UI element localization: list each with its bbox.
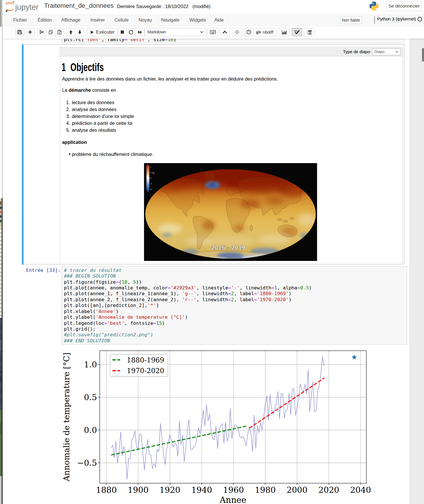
toolbar: Exécuter Markdown git nbdiff a [3,26,424,39]
menu-edition[interactable]: Édition [38,14,52,26]
toc-list-icon [307,30,312,35]
y-tick-label: 1.0 [84,360,97,369]
stop-icon [120,30,124,34]
markdown-rendered: 1Objectifs Apprendre à lire des données … [60,57,402,264]
clipped-code-line: plt.rc('font', family='serif', size=16) [64,39,176,43]
toc-button[interactable] [304,28,314,36]
spellchecker-button[interactable]: abc [292,28,302,36]
copy-button[interactable] [46,28,55,36]
selected-cell-bar [22,44,24,265]
notebook-title[interactable]: Traitement_de_donnees [44,2,114,9]
menu-cellule[interactable]: Cellule [115,14,129,26]
x-tick-label: 2040 [350,485,371,495]
menu-affichage[interactable]: Affichage [61,14,80,26]
paste-button[interactable] [55,28,64,36]
menubar: Fichier Édition Affichage Insérer Cellul… [3,14,424,26]
move-up-button[interactable] [66,28,75,36]
menu-inserer[interactable]: Insérer [91,14,105,26]
x-axis-label: Annee [219,495,246,504]
cell-type-select[interactable]: Markdown [145,28,206,36]
modified-flag: (modifié) [192,4,210,9]
keyboard-icon [210,30,216,34]
menu-widgets[interactable]: Widgets [189,14,206,26]
svg-text:abc: abc [294,29,298,32]
play-icon [90,30,94,34]
interrupt-button[interactable] [118,28,127,36]
y-tick-label: 0.0 [84,425,97,435]
logout-button[interactable]: Se déconnecter [386,1,422,11]
code-lines: # tracer du résultat ### BEGIN SOLUTION … [64,268,312,344]
run-button[interactable]: Exécuter [87,28,118,36]
list-item-1: 1.lecture des données [72,99,114,106]
visualization-button[interactable] [279,28,290,36]
jupyter-logo-icon [6,1,14,12]
bullet-item: problème du réchauffement climatique. [72,151,153,158]
header: jupyter Traitement_de_donnees Dernière S… [3,0,424,14]
x-tick-label: 1920 [160,485,181,495]
y-tick-label: −0.5 [77,458,97,468]
edit-group [37,28,64,36]
chevron-down-icon [395,51,398,53]
x-tick-label: 1880 [96,485,117,495]
chevron-down-icon [200,31,204,33]
paragraph-intro: Apprendre à lire des données dans un fic… [62,75,278,82]
x-tick-label: 1960 [223,485,244,495]
fast-forward-icon [138,30,142,34]
prediction-star-marker [352,355,357,360]
scrollbar-thumb[interactable] [422,48,424,62]
paste-icon [57,30,62,35]
markdown-cell[interactable]: Type de diapo Diapo 1Objectifs Apprendre… [22,44,404,264]
move-icon [235,30,239,35]
list-item-5: 5.analyse des résultats [72,127,116,133]
bar-chart-icon [282,30,287,35]
section-heading: 1Objectifs [62,61,104,74]
save-icon [17,30,22,35]
save-button[interactable] [15,28,24,36]
list-item-4: 4.prédiction à partir de cette loi [72,120,132,127]
legend-label: 1880-1969 [127,356,164,364]
kernel-idle-icon [417,17,422,22]
restart-run-all-button[interactable] [136,28,145,36]
svg-text:1: 1 [150,172,151,174]
map-caption: 2015 – 2019 [212,244,245,251]
y-axis-label: Annomalie de temperature [°C] [62,353,71,482]
svg-text:0: 0 [150,177,151,179]
x-tick-label: 2020 [319,485,339,495]
slide-type-label: Type de diapo [343,49,370,54]
move-selection-button[interactable] [232,28,242,36]
svg-text:-1: -1 [150,183,152,185]
svg-text:2: 2 [150,166,151,168]
move-down-button[interactable] [75,28,84,36]
collapse-heading-button[interactable] [220,28,230,36]
menu-aide[interactable]: Aide [214,14,224,26]
move-cell-group [66,28,84,36]
restart-kernel-button[interactable] [127,28,136,36]
x-tick-label: 1940 [191,485,212,495]
menu-fichier[interactable]: Fichier [13,14,27,26]
plus-icon [28,30,32,34]
checkpoint-history-button[interactable] [244,28,253,36]
cut-button[interactable] [37,28,46,36]
add-cell-button[interactable] [26,28,34,36]
run-group: Exécuter [87,28,145,36]
code-cell-input[interactable]: # tracer du résultat ### BEGIN SOLUTION … [62,266,407,345]
menu-navigate[interactable]: Navigate [161,14,179,26]
nbdiff-group: git nbdiff [244,28,277,36]
legend-label: 1970-2020 [127,367,164,375]
cell-toolbar: Type de diapo Diapo [60,47,403,56]
python-logo-icon [369,1,379,11]
page-right-gutter [409,39,424,504]
paragraph-demarche: La démarche consiste en [62,87,116,93]
kernel-name[interactable]: Python 3 (ipykernel) [377,16,416,21]
command-palette-button[interactable] [207,28,218,36]
clipped-code-cell[interactable]: plt.rc('font', family='serif', size=16) [62,39,404,43]
jupyter-logo[interactable]: jupyter [3,1,43,13]
slide-type-select[interactable]: Diapo [372,48,400,55]
notebook-area: plt.rc('font', family='serif', size=16) … [3,39,424,504]
spellcheck-abc-icon: abc [294,29,300,35]
menu-noyau[interactable]: Noyau [139,14,152,26]
git-nbdiff-button[interactable]: git nbdiff [253,28,277,36]
trusted-button[interactable]: Non fiable [340,16,362,24]
restart-icon [129,30,133,35]
copy-icon [48,30,53,35]
